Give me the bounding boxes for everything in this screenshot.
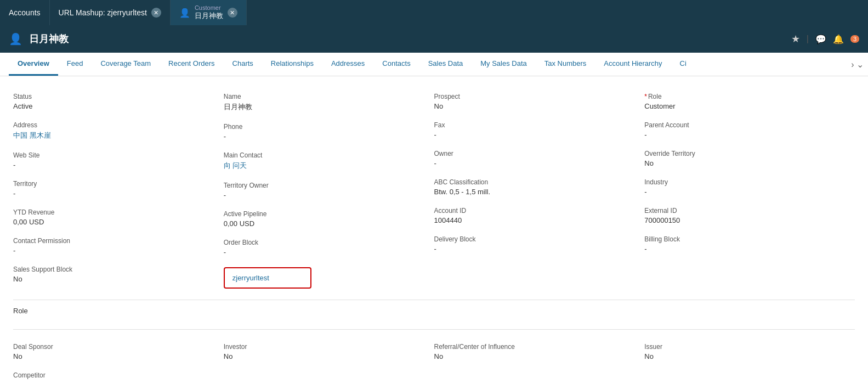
field-delivery-block: Delivery Block - [434,230,645,258]
account-user-icon: 👤 [9,32,22,46]
account-header-left: 👤 日月神教 [9,32,69,46]
field-territory: Territory - [13,174,224,203]
url-box-link[interactable]: zjerryurltest [232,274,269,282]
value-abc-classification: Btw. 0,5 - 1,5 mill. [434,188,636,196]
value-active-pipeline: 0,00 USD [224,219,426,228]
tab-tax-numbers[interactable]: Tax Numbers [536,53,595,76]
label-industry: Industry [644,178,846,186]
tab-relationships[interactable]: Relationships [262,53,322,76]
value-territory: - [13,189,215,198]
value-phone: - [224,132,426,140]
value-sales-support-block: No [13,275,215,283]
label-competitor: Competitor [13,371,846,379]
close-customer-button[interactable]: ✕ [228,8,237,18]
field-account-id: Account ID 1004440 [434,201,645,230]
label-abc-classification: ABC Classification [434,178,636,186]
label-ytd-revenue: YTD Revenue [13,208,215,216]
tab-my-sales-data[interactable]: My Sales Data [472,53,536,76]
field-address: Address 中国 黑木崖 [13,116,224,146]
close-url-mashup-button[interactable]: ✕ [151,8,161,18]
label-investor: Investor [224,343,426,351]
deals-section: Deal Sponsor No Investor No Referral/Cen… [13,329,855,386]
value-role: Customer [644,102,846,110]
field-order-block: Order Block - [224,233,434,262]
url-box: zjerryurltest [224,267,311,289]
field-active-pipeline: Active Pipeline 0,00 USD [224,205,434,233]
url-mashup-label: URL Mashup: zjerryurltest [59,8,147,17]
label-prospect: Prospect [434,93,636,100]
tab-feed[interactable]: Feed [58,53,92,76]
main-content: Status Active Address 中国 黑木崖 Web Site - … [0,76,868,389]
col2: Name 日月神教 Phone - Main Contact 向 问天 Terr… [224,87,434,294]
tab-account-hierarchy[interactable]: Account Hierarchy [595,53,671,76]
label-address: Address [13,121,215,129]
customer-tab-sublabel: Customer [195,4,223,11]
account-header-right: ★ | 💬 🔔 3 [791,33,859,45]
tab-url-mashup[interactable]: URL Mashup: zjerryurltest ✕ [50,0,171,25]
tab-recent-orders[interactable]: Recent Orders [160,53,224,76]
tabs-bar: Overview Feed Coverage Team Recent Order… [0,53,868,76]
role-section: Role [13,300,855,324]
label-override-territory: Override Territory [644,150,846,157]
field-competitor: Competitor [13,366,855,386]
label-parent-account: Parent Account [644,121,846,129]
field-deal-sponsor: Deal Sponsor No [13,337,224,366]
bell-icon[interactable]: 🔔 [833,34,844,44]
value-address[interactable]: 中国 黑木崖 [13,131,215,140]
col1: Status Active Address 中国 黑木崖 Web Site - … [13,87,224,294]
label-billing-block: Billing Block [644,235,846,243]
field-billing-block: Billing Block - [644,230,855,258]
override-territory-link[interactable]: Override Territory [644,150,695,157]
field-status: Status Active [13,87,224,116]
value-order-block: - [224,248,426,256]
field-ytd-revenue: YTD Revenue 0,00 USD [13,203,224,232]
label-main-contact: Main Contact [224,151,426,159]
tab-overview[interactable]: Overview [9,53,58,76]
label-territory: Territory [13,180,215,188]
value-contact-permission: - [13,246,215,255]
tabs-more-chevron[interactable]: › ⌄ [847,59,868,70]
tab-contacts[interactable]: Contacts [373,53,419,76]
label-status: Status [13,93,215,100]
url-box-wrapper: zjerryurltest [224,262,434,294]
tab-accounts[interactable]: Accounts [0,0,50,25]
label-account-id: Account ID [434,207,636,215]
field-website: Web Site - [13,146,224,174]
value-owner: - [434,159,636,167]
label-external-id: External ID [644,207,846,215]
value-override-territory: No [644,159,846,167]
field-name: Name 日月神教 [224,87,434,117]
tab-ci[interactable]: Ci [671,53,695,76]
sales-support-block-link[interactable]: Sales Support Block [13,266,72,273]
value-investor: No [224,352,426,360]
chat-icon[interactable]: 💬 [815,34,826,44]
label-active-pipeline: Active Pipeline [224,210,426,218]
value-account-id: 1004440 [434,216,636,224]
value-billing-block: - [644,245,846,253]
field-fax: Fax - [434,116,645,144]
label-phone: Phone [224,123,426,131]
tab-customer[interactable]: 👤 Customer 日月神教 ✕ [171,0,247,25]
field-sales-support-block: Sales Support Block No [13,260,224,289]
label-website: Web Site [13,151,215,159]
label-contact-permission: Contact Permission [13,237,215,245]
tab-sales-data[interactable]: Sales Data [419,53,472,76]
value-main-contact[interactable]: 向 问天 [224,161,426,171]
label-name: Name [224,93,426,100]
header-divider: | [807,34,809,44]
value-deal-sponsor: No [13,352,215,360]
value-external-id: 700000150 [644,216,846,224]
account-name: 日月神教 [29,32,69,46]
value-name: 日月神教 [224,102,426,112]
field-main-contact: Main Contact 向 问天 [224,146,434,176]
tab-coverage-team[interactable]: Coverage Team [92,53,160,76]
value-issuer: No [644,352,846,360]
favorite-star-icon[interactable]: ★ [791,33,800,45]
account-header: 👤 日月神教 ★ | 💬 🔔 3 [0,25,868,53]
field-territory-owner: Territory Owner - [224,176,434,205]
field-phone: Phone - [224,117,434,146]
tab-addresses[interactable]: Addresses [322,53,373,76]
field-external-id: External ID 700000150 [644,201,855,230]
field-abc-classification: ABC Classification Btw. 0,5 - 1,5 mill. [434,173,645,201]
tab-charts[interactable]: Charts [224,53,262,76]
